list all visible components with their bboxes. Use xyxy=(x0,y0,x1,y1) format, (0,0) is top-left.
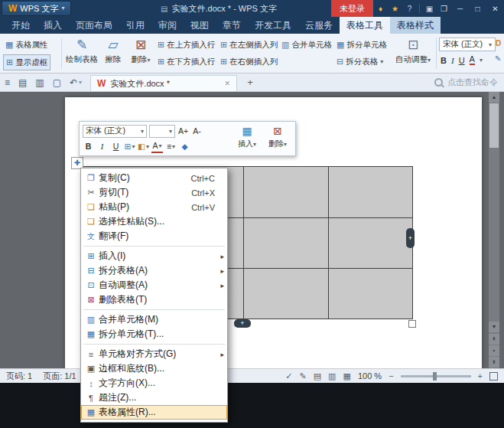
zoom-in-button[interactable]: + xyxy=(478,371,483,381)
zoom-slider[interactable] xyxy=(401,375,471,377)
tab-developer[interactable]: 开发工具 xyxy=(248,17,298,34)
split-table-button[interactable]: ⊟ 拆分表格 ▾ xyxy=(337,54,383,69)
menu-item-copy[interactable]: ❐ 复制(C) Ctrl+C xyxy=(81,171,227,185)
menu-item-autofit[interactable]: ⊡ 自动调整(A) ▸ xyxy=(81,278,227,292)
browse-object-button[interactable]: • xyxy=(489,345,499,356)
zoom-level[interactable]: 100 % xyxy=(358,371,382,381)
page-view-button[interactable]: ▤ xyxy=(314,371,321,381)
tab-references[interactable]: 引用 xyxy=(119,17,151,34)
grow-font-button[interactable]: A+ xyxy=(177,125,189,137)
menu-item-caption[interactable]: ¶ 题注(Z)... xyxy=(81,390,227,405)
mini-underline-button[interactable]: U xyxy=(110,140,122,152)
mini-italic-button[interactable]: I xyxy=(96,140,108,152)
tab-review[interactable]: 审阅 xyxy=(151,17,184,34)
scrollbar-thumb[interactable] xyxy=(489,103,499,148)
delete-button[interactable]: ⊠ 删除▾ xyxy=(127,36,154,71)
mini-font-color-button[interactable]: A▾ xyxy=(151,139,163,153)
web-view-button[interactable]: ▥ xyxy=(328,371,336,381)
help-icon[interactable]: ? xyxy=(402,5,417,13)
save-button[interactable]: ▤ xyxy=(18,77,27,88)
spellcheck-icon[interactable]: ✓ xyxy=(285,371,292,381)
undo-button[interactable]: ↶▾ xyxy=(70,77,82,88)
mini-font-select[interactable]: 宋体 (正文) ▾ xyxy=(83,125,147,138)
scroll-up-button[interactable]: ▲ xyxy=(489,92,499,103)
vip-icon[interactable]: ♦ xyxy=(373,5,388,13)
print-button[interactable]: ▥ xyxy=(35,77,44,88)
tab-table-tools[interactable]: 表格工具 xyxy=(340,17,390,34)
mini-borders-button[interactable]: ⊞▾ xyxy=(124,140,135,152)
italic-button[interactable]: I xyxy=(451,56,454,65)
new-tab-button[interactable]: + xyxy=(243,76,257,90)
tab-table-styles[interactable]: 表格样式 xyxy=(390,17,441,34)
mini-align-button[interactable]: ≡▾ xyxy=(165,140,177,152)
insert-col-left-button[interactable]: ⊞ 在左侧插入列 xyxy=(220,38,278,52)
tab-insert[interactable]: 插入 xyxy=(37,17,69,34)
skin-icon[interactable]: ▣ xyxy=(422,5,437,13)
next-page-button[interactable]: ⇟ xyxy=(489,357,499,368)
zoom-slider-handle[interactable] xyxy=(433,372,437,381)
tab-cloud[interactable]: 云服务 xyxy=(298,17,340,34)
tab-page-layout[interactable]: 页面布局 xyxy=(69,17,119,34)
menu-item-paste[interactable]: ❏ 粘贴(P) Ctrl+V xyxy=(81,200,227,214)
mini-insert-button[interactable]: ▦ 插入▾ xyxy=(232,124,262,153)
outline-view-button[interactable]: ▦ xyxy=(343,371,351,381)
scroll-down-button[interactable]: ▼ xyxy=(489,322,499,332)
shrink-font-button[interactable]: A- xyxy=(191,125,203,137)
docer-icon[interactable]: D xyxy=(496,39,501,47)
menu-item-split-cells[interactable]: ▦ 拆分单元格(T)... xyxy=(81,327,227,341)
bold-button[interactable]: B xyxy=(441,56,447,65)
menu-item-translate[interactable]: 文 翻译(F) xyxy=(81,229,227,243)
insert-row-below-button[interactable]: ⊞ 在下方插入行 xyxy=(158,54,215,69)
menu-item-cut[interactable]: ✂ 剪切(T) Ctrl+X xyxy=(81,185,227,200)
vertical-scrollbar[interactable]: ▲ ▼ ⇞ • ⇟ xyxy=(489,92,499,368)
command-search[interactable]: 点击查找命令 xyxy=(434,74,498,91)
insert-column-handle[interactable]: + xyxy=(406,228,415,248)
menu-item-merge-cells[interactable]: ▥ 合并单元格(M) xyxy=(81,312,227,327)
star-icon[interactable]: ★ xyxy=(388,5,402,13)
mini-bold-button[interactable]: B xyxy=(83,140,94,152)
layout-switch-icon[interactable]: ❐ xyxy=(437,5,451,13)
tab-home[interactable]: 开始 xyxy=(5,17,37,34)
mini-delete-button[interactable]: ⊠ 删除▾ xyxy=(263,124,292,153)
zoom-out-button[interactable]: − xyxy=(389,371,393,381)
insert-row-handle[interactable]: + xyxy=(234,319,251,328)
menu-item-insert[interactable]: ⊞ 插入(I) ▸ xyxy=(81,249,227,263)
menu-item-delete-table[interactable]: ⊠ 删除表格(T) xyxy=(81,292,227,307)
menu-item-table-properties[interactable]: ▦ 表格属性(R)... xyxy=(81,405,227,420)
merge-cells-button[interactable]: ▥ 合并单元格 xyxy=(281,38,332,52)
split-cells-button[interactable]: ▦ 拆分单元格 xyxy=(337,38,387,52)
edit-mode-icon[interactable]: ✎ xyxy=(299,371,306,381)
underline-button[interactable]: U xyxy=(459,56,465,65)
previous-page-button[interactable]: ⇞ xyxy=(489,334,499,345)
login-button[interactable]: 未登录 xyxy=(331,0,373,17)
maximize-button[interactable]: □ xyxy=(469,0,486,17)
table-resize-handle[interactable] xyxy=(408,320,416,328)
eraser-button[interactable]: ▱ 擦除 xyxy=(101,36,125,71)
document-tab[interactable]: W 实验文件.docx * ✕ xyxy=(90,75,237,91)
wps-app-button[interactable]: W WPS 文字 ▾ xyxy=(2,1,71,16)
close-button[interactable]: ✕ xyxy=(486,0,504,17)
print-preview-button[interactable]: ▢ xyxy=(53,77,61,88)
draw-table-button[interactable]: ✎ 绘制表格 xyxy=(64,36,99,71)
menu-item-text-direction[interactable]: ↕ 文字方向(X)... xyxy=(81,376,227,390)
insert-row-above-button[interactable]: ⊞ 在上方插入行 xyxy=(158,38,215,52)
show-gridlines-toggle[interactable]: ⊞ 显示虚框 xyxy=(3,54,50,70)
menu-item-split-table[interactable]: ⊟ 拆分表格(A) ▸ xyxy=(81,263,227,278)
font-name-select[interactable]: 宋体 (正文) ▾ xyxy=(439,38,496,51)
tab-section[interactable]: 章节 xyxy=(216,17,248,34)
minimize-button[interactable]: ─ xyxy=(451,0,469,17)
tab-close-icon[interactable]: ✕ xyxy=(224,80,230,87)
font-color-button[interactable]: A xyxy=(470,55,475,65)
pencil-icon[interactable]: ✎ xyxy=(495,54,501,63)
format-painter-button[interactable]: ◆ xyxy=(179,140,190,152)
table-properties-button[interactable]: ▦ 表格属性 xyxy=(3,38,50,52)
tab-view[interactable]: 视图 xyxy=(184,17,216,34)
fullscreen-icon[interactable] xyxy=(489,372,498,381)
insert-col-right-button[interactable]: ⊞ 在右侧插入列 xyxy=(220,54,278,69)
mini-font-size-select[interactable]: ▾ xyxy=(149,125,175,138)
menu-item-paste-special[interactable]: ❏ 选择性粘贴(S)... xyxy=(81,214,227,229)
autofit-button[interactable]: ⊡ 自动调整▾ xyxy=(393,36,433,71)
menu-item-cell-alignment[interactable]: ≡ 单元格对齐方式(G) ▸ xyxy=(81,347,227,361)
menu-item-borders-shading[interactable]: ▣ 边框和底纹(B)... xyxy=(81,361,227,376)
mini-shading-button[interactable]: ◧▾ xyxy=(138,140,149,152)
